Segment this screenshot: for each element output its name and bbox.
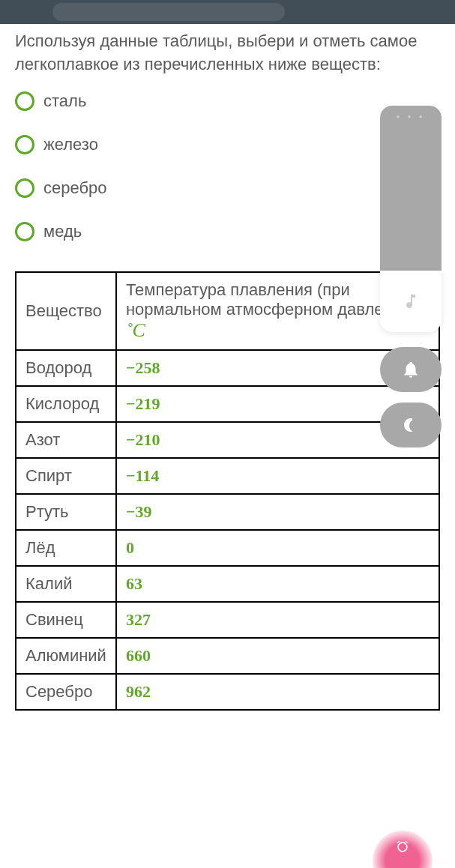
notification-button[interactable] <box>380 347 442 392</box>
value-cell: 660 <box>116 638 439 674</box>
app-header-bar <box>0 0 455 24</box>
option-2[interactable]: серебро <box>15 178 440 198</box>
value-cell: −39 <box>116 494 439 530</box>
table-row: Кислород−219 <box>16 386 439 422</box>
fab-button[interactable] <box>373 831 433 868</box>
table-row: Азот−210 <box>16 422 439 458</box>
value-cell: 63 <box>116 566 439 602</box>
radio-circle-icon <box>15 135 34 154</box>
question-text: Используя данные таблицы, выбери и отмет… <box>15 30 440 76</box>
radio-circle-icon <box>15 178 34 198</box>
substance-cell: Азот <box>16 422 116 458</box>
substance-cell: Водород <box>16 350 116 386</box>
floating-side-panel: ● ● ● <box>380 106 442 447</box>
option-0[interactable]: сталь <box>15 91 440 111</box>
option-label: медь <box>43 222 82 241</box>
substance-cell: Спирт <box>16 458 116 494</box>
value-cell: 327 <box>116 602 439 638</box>
substance-cell: Алюминий <box>16 638 116 674</box>
moon-icon <box>402 416 420 434</box>
table-row: Алюминий660 <box>16 638 439 674</box>
value-cell: −114 <box>116 458 439 494</box>
option-3[interactable]: медь <box>15 222 440 241</box>
dark-mode-button[interactable] <box>380 403 442 447</box>
substance-cell: Ртуть <box>16 494 116 530</box>
table-row: Калий63 <box>16 566 439 602</box>
options-group: стальжелезосеребромедь <box>15 91 440 241</box>
dots-icon: ● ● ● <box>397 113 426 271</box>
bell-icon <box>401 360 421 379</box>
value-cell: 0 <box>116 530 439 566</box>
table-row: Свинец327 <box>16 602 439 638</box>
value-cell: 962 <box>116 674 439 710</box>
table-row: Спирт−114 <box>16 458 439 494</box>
table-header-substance: Вещество <box>16 272 116 350</box>
option-label: железо <box>43 135 98 154</box>
music-note-icon <box>402 292 420 310</box>
search-pill[interactable] <box>52 3 285 21</box>
table-row: Водород−258 <box>16 350 439 386</box>
table-row: Лёд0 <box>16 530 439 566</box>
panel-dragger[interactable]: ● ● ● <box>380 106 442 271</box>
option-1[interactable]: железо <box>15 135 440 154</box>
option-label: сталь <box>43 91 86 111</box>
substance-cell: Свинец <box>16 602 116 638</box>
table-row: Ртуть−39 <box>16 494 439 530</box>
melting-point-table: Вещество Температура плавления (при норм… <box>15 271 440 711</box>
music-button[interactable] <box>380 271 442 332</box>
table-row: Серебро962 <box>16 674 439 710</box>
alarm-icon <box>395 840 410 855</box>
substance-cell: Лёд <box>16 530 116 566</box>
radio-circle-icon <box>15 91 34 111</box>
option-label: серебро <box>43 178 107 198</box>
substance-cell: Кислород <box>16 386 116 422</box>
substance-cell: Калий <box>16 566 116 602</box>
substance-cell: Серебро <box>16 674 116 710</box>
radio-circle-icon <box>15 222 34 241</box>
